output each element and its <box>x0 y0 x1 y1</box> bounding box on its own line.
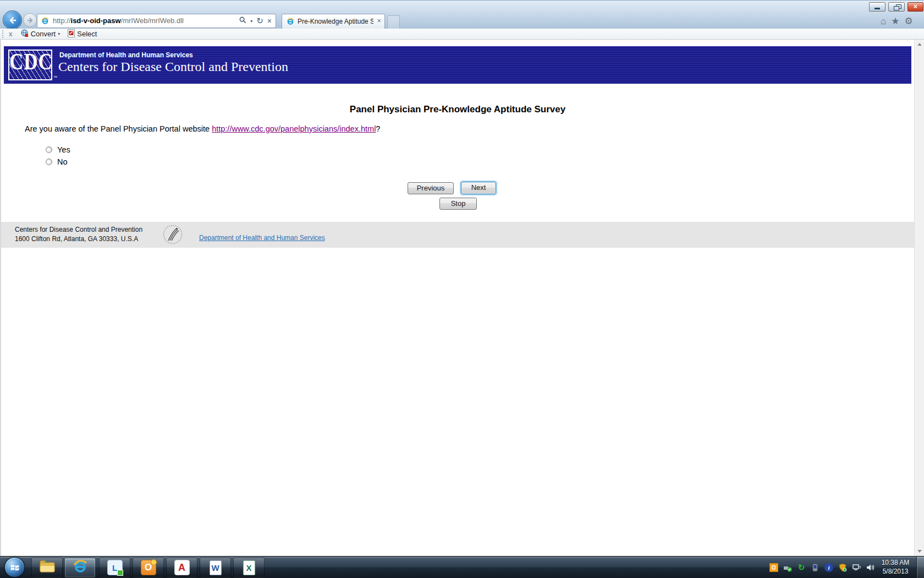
scroll-up-button[interactable] <box>915 40 924 49</box>
tab-title: Pre-Knowledge Aptitude S... <box>298 14 373 29</box>
survey-question: Are you aware of the Panel Physician Por… <box>25 124 380 133</box>
clock-time: 10:38 AM <box>877 558 914 567</box>
favorites-star-icon[interactable]: ★ <box>891 16 899 27</box>
option-yes: Yes <box>46 145 70 154</box>
tray-sync-icon[interactable]: ↻ <box>797 563 806 572</box>
previous-button[interactable]: Previous <box>408 182 454 194</box>
convert-button[interactable]: Convert ▾ <box>20 29 61 39</box>
footer-address: 1600 Clifton Rd, Atlanta, GA 30333, U.S.… <box>15 235 138 243</box>
header-department: Department of Health and Human Services <box>59 51 193 59</box>
address-bar[interactable]: http://isd-v-oid-pasw/mrIWeb/mrIWeb.dll … <box>37 14 276 28</box>
tray-volume-icon[interactable] <box>866 563 875 572</box>
acrobat-reader-icon: A <box>174 560 190 575</box>
back-arrow-icon <box>3 11 21 29</box>
word-icon: W <box>210 560 222 575</box>
forward-button[interactable] <box>23 13 37 27</box>
taskbar: L O A W X O <box>0 556 924 578</box>
excel-icon: X <box>243 560 255 575</box>
page-title: Panel Physician Pre-Knowledge Aptitude S… <box>1 104 914 115</box>
option-no-label: No <box>57 157 68 166</box>
stop-icon[interactable]: × <box>267 17 272 25</box>
toolbar-close-button[interactable]: x <box>9 30 13 38</box>
show-desktop-button[interactable] <box>916 557 924 578</box>
tab-ie-favicon <box>286 17 295 28</box>
browser-tab[interactable]: Pre-Knowledge Aptitude S... × <box>282 14 385 29</box>
convert-dropdown-icon[interactable]: ▾ <box>58 31 60 36</box>
option-no: No <box>46 157 68 166</box>
vertical-scrollbar[interactable] <box>914 40 924 556</box>
search-dropdown-icon[interactable]: ▾ <box>250 19 252 24</box>
hhs-eagle-logo <box>162 223 184 248</box>
convert-globe-icon <box>20 29 29 39</box>
internet-explorer-icon <box>72 558 89 577</box>
tray-device-icon[interactable] <box>811 563 820 572</box>
home-icon[interactable]: ⌂ <box>881 16 886 27</box>
taskbar-excel-button[interactable]: X <box>233 558 265 577</box>
radio-no[interactable] <box>46 159 52 165</box>
arrow-up-icon <box>917 43 922 46</box>
refresh-icon[interactable]: ↻ <box>256 16 263 26</box>
taskbar-lync-button[interactable]: L <box>99 558 130 577</box>
tray-outlook-icon[interactable]: O <box>769 563 778 572</box>
explorer-folder-icon <box>39 559 56 576</box>
select-document-icon <box>68 29 75 39</box>
search-icon[interactable] <box>239 16 246 26</box>
page-footer: Centers for Disease Control and Preventi… <box>1 222 915 248</box>
start-button[interactable] <box>4 557 25 577</box>
cdc-logo: CDC <box>8 50 52 80</box>
taskbar-outlook-button[interactable]: O <box>133 558 164 577</box>
trademark-symbol: ™ <box>53 75 57 79</box>
tray-usb-icon[interactable] <box>783 563 792 572</box>
select-button[interactable]: Select <box>68 29 97 39</box>
clock-date: 5/8/2013 <box>877 567 914 576</box>
stop-button[interactable]: Stop <box>439 198 477 210</box>
windows-flag-icon <box>5 558 24 577</box>
cdc-header-banner: CDC ™ Department of Health and Human Ser… <box>4 46 911 84</box>
arrow-down-icon <box>917 550 922 553</box>
url-text: http://isd-v-oid-pasw/mrIWeb/mrIWeb.dll <box>53 14 184 28</box>
scroll-down-button[interactable] <box>915 547 924 556</box>
window-close-button[interactable]: × <box>908 2 923 12</box>
command-bar: x Convert ▾ Select <box>0 29 924 40</box>
close-icon: × <box>908 3 923 11</box>
window-restore-button[interactable] <box>888 2 905 12</box>
outlook-icon: O <box>141 560 156 575</box>
tools-gear-icon[interactable]: ⚙ <box>905 16 913 27</box>
back-button[interactable] <box>3 10 22 30</box>
lync-icon: L <box>107 560 123 575</box>
page-content: CDC ™ Department of Health and Human Ser… <box>0 40 914 556</box>
header-organization: Centers for Disease Control and Preventi… <box>58 59 288 74</box>
ie-favicon <box>41 17 50 28</box>
forward-arrow-icon <box>24 14 36 26</box>
system-tray: O ↻ i <box>737 557 875 578</box>
screen: × http://isd-v-oid-pasw/mrIWeb/mrIWeb.dl… <box>0 0 924 578</box>
tray-shield-icon[interactable] <box>838 563 847 572</box>
new-tab-stub[interactable] <box>387 15 400 29</box>
toolbar-grip[interactable] <box>2 30 3 38</box>
tray-info-icon[interactable]: i <box>824 563 833 572</box>
taskbar-ie-button[interactable] <box>64 558 96 577</box>
next-button[interactable]: Next <box>461 182 496 194</box>
browser-chrome: × http://isd-v-oid-pasw/mrIWeb/mrIWeb.dl… <box>0 0 924 29</box>
taskbar-acrobat-button[interactable]: A <box>166 558 197 577</box>
footer-org: Centers for Disease Control and Preventi… <box>15 226 142 233</box>
taskbar-clock[interactable]: 10:38 AM 5/8/2013 <box>877 558 914 576</box>
tray-network-icon[interactable] <box>852 563 861 572</box>
option-yes-label: Yes <box>57 145 70 154</box>
taskbar-word-button[interactable]: W <box>200 558 231 577</box>
tab-close-icon[interactable]: × <box>377 17 381 25</box>
hhs-link[interactable]: Department of Health and Human Services <box>199 234 325 242</box>
minimize-icon <box>875 8 880 9</box>
window-minimize-button[interactable] <box>869 2 886 12</box>
taskbar-explorer-button[interactable] <box>31 558 63 577</box>
radio-yes[interactable] <box>46 146 52 153</box>
panel-physician-portal-link[interactable]: http://www.cdc.gov/panelphysicians/index… <box>212 124 376 133</box>
